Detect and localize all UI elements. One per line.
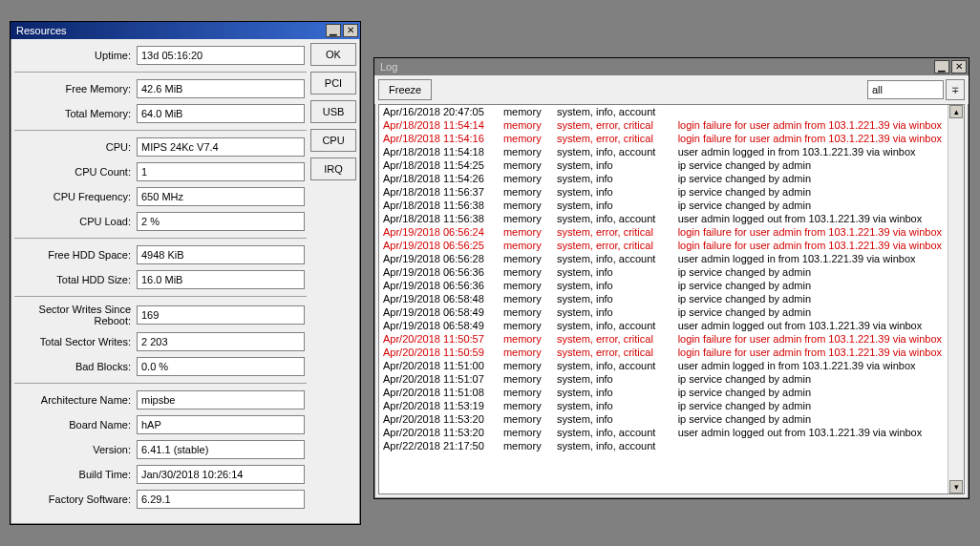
field-value: 64.0 MiB bbox=[137, 104, 305, 123]
field-label: Architecture Name: bbox=[14, 394, 137, 406]
log-topics: system, info, account bbox=[553, 212, 674, 225]
field-value: 6.29.1 bbox=[137, 490, 305, 509]
field-label: CPU Count: bbox=[14, 166, 137, 178]
log-row[interactable]: Apr/16/2018 20:47:05memorysystem, info, … bbox=[379, 105, 948, 118]
log-message: user admin logged in from 103.1.221.39 v… bbox=[674, 145, 948, 158]
log-topics: system, info bbox=[553, 305, 674, 319]
close-icon[interactable]: ✕ bbox=[343, 24, 358, 37]
log-row[interactable]: Apr/19/2018 06:58:49memorysystem, info, … bbox=[379, 319, 948, 332]
log-topics: system, info bbox=[553, 372, 674, 386]
log-topics: system, info, account bbox=[553, 359, 674, 372]
log-buffer: memory bbox=[500, 212, 553, 225]
log-time: Apr/19/2018 06:58:49 bbox=[379, 305, 500, 319]
log-buffer: memory bbox=[500, 332, 553, 346]
field-value: 6.41.1 (stable) bbox=[137, 440, 305, 459]
minimize-icon[interactable]: ▁ bbox=[326, 24, 341, 37]
filter-select[interactable]: all bbox=[867, 80, 944, 99]
field-label: CPU: bbox=[14, 141, 137, 153]
resources-titlebar[interactable]: Resources ▁ ✕ bbox=[11, 22, 360, 39]
freeze-button[interactable]: Freeze bbox=[378, 79, 432, 100]
log-buffer: memory bbox=[500, 279, 553, 292]
log-topics: system, info bbox=[553, 199, 674, 212]
log-row[interactable]: Apr/20/2018 11:51:00memorysystem, info, … bbox=[379, 359, 948, 372]
usb-button[interactable]: USB bbox=[310, 100, 356, 123]
field-row: Uptime:13d 05:16:20 bbox=[14, 46, 307, 65]
field-row: Factory Software:6.29.1 bbox=[14, 490, 307, 509]
log-buffer: memory bbox=[500, 305, 553, 319]
log-row[interactable]: Apr/19/2018 06:56:36memorysystem, infoip… bbox=[379, 279, 948, 292]
log-scrollbar[interactable]: ▴ ▾ bbox=[948, 105, 964, 494]
log-message: login failure for user admin from 103.1.… bbox=[674, 332, 948, 346]
resources-fields: Uptime:13d 05:16:20Free Memory:42.6 MiBT… bbox=[14, 43, 307, 512]
log-time: Apr/19/2018 06:56:36 bbox=[379, 279, 500, 292]
pci-button[interactable]: PCI bbox=[310, 72, 356, 94]
field-value: 2 203 bbox=[137, 332, 305, 351]
log-time: Apr/20/2018 11:51:07 bbox=[379, 372, 500, 386]
log-message: user admin logged in from 103.1.221.39 v… bbox=[674, 252, 948, 265]
log-buffer: memory bbox=[500, 386, 553, 399]
log-row[interactable]: Apr/20/2018 11:50:59memorysystem, error,… bbox=[379, 346, 948, 359]
cpu-button[interactable]: CPU bbox=[310, 129, 356, 152]
log-message: ip service changed by admin bbox=[674, 386, 948, 399]
log-window: Log ▁ ✕ Freeze all ∓ Apr/16/2018 20:47:0… bbox=[373, 57, 969, 499]
scroll-down-icon[interactable]: ▾ bbox=[949, 480, 963, 494]
log-time: Apr/22/2018 21:17:50 bbox=[379, 439, 500, 452]
field-value: 2 % bbox=[137, 212, 305, 231]
log-row[interactable]: Apr/20/2018 11:51:07memorysystem, infoip… bbox=[379, 372, 948, 386]
log-row[interactable]: Apr/20/2018 11:53:20memorysystem, infoip… bbox=[379, 412, 948, 426]
log-topics: system, info bbox=[553, 399, 674, 412]
log-time: Apr/19/2018 06:56:25 bbox=[379, 239, 500, 252]
log-topics: system, error, critical bbox=[553, 332, 674, 346]
log-time: Apr/19/2018 06:56:28 bbox=[379, 252, 500, 265]
log-topics: system, info, account bbox=[553, 426, 674, 439]
ok-button[interactable]: OK bbox=[310, 43, 356, 66]
log-row[interactable]: Apr/18/2018 11:56:37memorysystem, infoip… bbox=[379, 185, 948, 199]
log-topics: system, error, critical bbox=[553, 346, 674, 359]
field-label: Total HDD Size: bbox=[14, 274, 137, 285]
log-message: ip service changed by admin bbox=[674, 185, 948, 199]
log-row[interactable]: Apr/18/2018 11:54:26memorysystem, infoip… bbox=[379, 172, 948, 185]
log-buffer: memory bbox=[500, 359, 553, 372]
field-label: Sector Writes Since Reboot: bbox=[14, 304, 137, 326]
log-row[interactable]: Apr/18/2018 11:54:25memorysystem, infoip… bbox=[379, 158, 948, 172]
log-message: ip service changed by admin bbox=[674, 412, 948, 426]
filter-funnel-icon[interactable]: ∓ bbox=[946, 79, 965, 100]
close-icon[interactable]: ✕ bbox=[951, 60, 967, 74]
log-buffer: memory bbox=[500, 185, 553, 199]
log-row[interactable]: Apr/20/2018 11:51:08memorysystem, infoip… bbox=[379, 386, 948, 399]
log-message bbox=[674, 439, 948, 452]
field-row: Free Memory:42.6 MiB bbox=[14, 79, 307, 98]
log-message: login failure for user admin from 103.1.… bbox=[674, 118, 948, 132]
field-row: CPU Frequency:650 MHz bbox=[14, 187, 307, 206]
log-message: login failure for user admin from 103.1.… bbox=[674, 346, 948, 359]
log-row[interactable]: Apr/19/2018 06:58:48memorysystem, infoip… bbox=[379, 292, 948, 305]
log-row[interactable]: Apr/19/2018 06:56:28memorysystem, info, … bbox=[379, 252, 948, 265]
log-row[interactable]: Apr/22/2018 21:17:50memorysystem, info, … bbox=[379, 439, 948, 452]
log-row[interactable]: Apr/18/2018 11:56:38memorysystem, infoip… bbox=[379, 199, 948, 212]
log-row[interactable]: Apr/19/2018 06:56:36memorysystem, infoip… bbox=[379, 265, 948, 279]
irq-button[interactable]: IRQ bbox=[310, 158, 356, 180]
log-row[interactable]: Apr/18/2018 11:54:14memorysystem, error,… bbox=[379, 118, 948, 132]
scroll-up-icon[interactable]: ▴ bbox=[949, 105, 963, 118]
log-titlebar[interactable]: Log ▁ ✕ bbox=[374, 58, 969, 75]
log-buffer: memory bbox=[500, 172, 553, 185]
log-row[interactable]: Apr/20/2018 11:53:20memorysystem, info, … bbox=[379, 426, 948, 439]
field-value: hAP bbox=[137, 415, 305, 434]
minimize-icon[interactable]: ▁ bbox=[934, 60, 949, 74]
log-time: Apr/19/2018 06:56:24 bbox=[379, 225, 500, 239]
log-buffer: memory bbox=[500, 399, 553, 412]
field-value: 169 bbox=[137, 305, 305, 325]
log-row[interactable]: Apr/18/2018 11:56:38memorysystem, info, … bbox=[379, 212, 948, 225]
log-row[interactable]: Apr/19/2018 06:56:25memorysystem, error,… bbox=[379, 239, 948, 252]
log-row[interactable]: Apr/20/2018 11:50:57memorysystem, error,… bbox=[379, 332, 948, 346]
log-buffer: memory bbox=[500, 439, 553, 452]
log-row[interactable]: Apr/18/2018 11:54:16memorysystem, error,… bbox=[379, 132, 948, 145]
log-row[interactable]: Apr/20/2018 11:53:19memorysystem, infoip… bbox=[379, 399, 948, 412]
log-buffer: memory bbox=[500, 105, 553, 118]
log-row[interactable]: Apr/19/2018 06:56:24memorysystem, error,… bbox=[379, 225, 948, 239]
log-row[interactable]: Apr/19/2018 06:58:49memorysystem, infoip… bbox=[379, 305, 948, 319]
log-message: ip service changed by admin bbox=[674, 158, 948, 172]
log-row[interactable]: Apr/18/2018 11:54:18memorysystem, info, … bbox=[379, 145, 948, 158]
log-message: ip service changed by admin bbox=[674, 172, 948, 185]
log-buffer: memory bbox=[500, 239, 553, 252]
